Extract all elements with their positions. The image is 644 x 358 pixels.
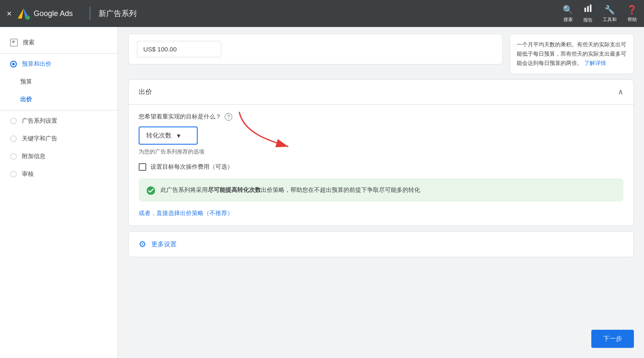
right-note-card: 一个月平均天数的乘积。有些天的实际支出可能低于每日预算，而有些天的实际支出最多可… — [510, 34, 634, 74]
collapse-icon[interactable]: ∧ — [618, 87, 623, 97]
search-icon: 🔍 — [563, 5, 573, 15]
svg-rect-5 — [590, 5, 592, 12]
search-box-icon — [10, 39, 18, 46]
dropdown-value: 转化次数 — [146, 132, 172, 140]
main-layout: 搜索 预算和出价 预算 出价 广告系列设置 关键字和广告 附加信息 — [0, 27, 644, 358]
right-note-link[interactable]: 了解详情 — [584, 60, 606, 66]
sidebar-item-review[interactable]: 审核 — [0, 165, 118, 183]
budget-input-card — [128, 34, 503, 65]
check-circle-icon — [146, 186, 156, 195]
checkbox-row: 设置目标每次操作费用（可选） — [139, 163, 623, 171]
help-icon: ❓ — [627, 5, 637, 15]
sidebar-item-budget-bid[interactable]: 预算和出价 — [0, 55, 118, 73]
header-actions: 🔍 搜索 报告 🔧 工具和 ❓ 帮助 — [563, 4, 637, 23]
sidebar-budget-bid-label: 预算和出价 — [22, 60, 51, 68]
checkbox-label: 设置目标每次操作费用（可选） — [150, 163, 233, 171]
page-title: 新广告系列 — [99, 8, 137, 19]
search-label: 搜索 — [564, 16, 573, 23]
google-ads-logo-icon — [17, 7, 30, 20]
extra-info-radio — [10, 153, 17, 160]
sidebar-item-bid-sub[interactable]: 出价 — [0, 91, 118, 108]
dropdown-arrow-icon: ▼ — [176, 132, 182, 139]
tools-label: 工具和 — [603, 16, 617, 23]
sidebar-bid-sub-label: 出价 — [20, 96, 32, 103]
sidebar-item-search[interactable]: 搜索 — [0, 34, 118, 51]
sidebar-item-campaign-settings[interactable]: 广告系列设置 — [0, 112, 118, 130]
brand-name: Google Ads — [34, 9, 73, 18]
svg-rect-6 — [12, 41, 15, 42]
bid-card: 出价 ∧ 您希望着重实现的目标是什么？ ? 转化次数 ▼ 为您的广告系列推荐的选… — [128, 79, 634, 226]
sidebar-review-label: 审核 — [22, 170, 34, 178]
help-label: 帮助 — [628, 16, 637, 23]
sidebar-item-extra-info[interactable]: 附加信息 — [0, 148, 118, 165]
reports-action[interactable]: 报告 — [583, 4, 593, 23]
svg-rect-3 — [585, 8, 586, 12]
info-suffix: 出价策略，帮助您在不超出预算的前提下争取尽可能多的转化 — [261, 186, 420, 193]
sidebar-search-label: 搜索 — [23, 39, 35, 46]
reports-icon — [583, 4, 593, 15]
header-divider — [90, 7, 90, 20]
sidebar: 搜索 预算和出价 预算 出价 广告系列设置 关键字和广告 附加信息 — [0, 27, 118, 358]
next-button[interactable]: 下一步 — [591, 330, 634, 348]
right-note-text: 一个月平均天数的乘积。有些天的实际支出可能低于每日预算，而有些天的实际支出最多可… — [517, 41, 626, 66]
info-bold: 尽可能提高转化次数 — [208, 186, 261, 193]
dropdown-hint: 为您的广告系列推荐的选项 — [139, 148, 623, 156]
reports-label: 报告 — [583, 17, 593, 23]
info-box: 此广告系列将采用尽可能提高转化次数出价策略，帮助您在不超出预算的前提下争取尽可能… — [139, 178, 623, 202]
budget-row: 一个月平均天数的乘积。有些天的实际支出可能低于每日预算，而有些天的实际支出最多可… — [128, 34, 634, 74]
sidebar-campaign-settings-label: 广告系列设置 — [22, 117, 57, 125]
target-cpa-checkbox[interactable] — [139, 163, 146, 171]
tools-icon: 🔧 — [604, 5, 615, 15]
help-action[interactable]: ❓ 帮助 — [627, 5, 637, 23]
search-action[interactable]: 🔍 搜索 — [563, 5, 573, 23]
bid-question-label: 您希望着重实现的目标是什么？ ? — [139, 113, 623, 121]
svg-marker-0 — [18, 8, 24, 19]
budget-bid-radio — [10, 61, 17, 67]
sidebar-keywords-ads-label: 关键字和广告 — [22, 135, 57, 143]
bid-card-title: 出价 — [139, 88, 152, 97]
budget-input[interactable] — [137, 41, 221, 57]
app-header: × Google Ads 新广告系列 🔍 搜索 报告 🔧 工具和 ❓ 帮助 — [0, 0, 644, 27]
link-row: 或者，直接选择出价策略（不推荐） — [139, 209, 623, 217]
sidebar-item-budget-sub[interactable]: 预算 — [0, 73, 118, 91]
bid-question-text: 您希望着重实现的目标是什么？ — [139, 113, 221, 121]
info-text: 此广告系列将采用尽可能提高转化次数出价策略，帮助您在不超出预算的前提下争取尽可能… — [161, 185, 420, 194]
more-settings-card[interactable]: ⚙ 更多设置 — [128, 231, 634, 257]
help-question-icon[interactable]: ? — [225, 113, 232, 121]
main-content: 一个月平均天数的乘积。有些天的实际支出可能低于每日预算，而有些天的实际支出最多可… — [118, 27, 644, 358]
bid-goal-dropdown[interactable]: 转化次数 ▼ — [139, 127, 198, 145]
settings-gear-icon: ⚙ — [139, 239, 146, 249]
svg-rect-7 — [12, 42, 14, 43]
direct-bid-strategy-link[interactable]: 或者，直接选择出价策略（不推荐） — [139, 210, 233, 216]
keywords-ads-radio — [10, 135, 17, 142]
close-button[interactable]: × — [7, 9, 12, 19]
logo-container: Google Ads — [17, 7, 73, 20]
campaign-settings-radio — [10, 118, 17, 124]
sidebar-item-keywords-ads[interactable]: 关键字和广告 — [0, 130, 118, 148]
info-prefix: 此广告系列将采用 — [161, 186, 208, 193]
svg-point-9 — [147, 186, 155, 195]
svg-rect-4 — [587, 6, 589, 12]
tools-action[interactable]: 🔧 工具和 — [603, 5, 617, 23]
sidebar-divider-2 — [0, 110, 118, 110]
bid-card-header: 出价 ∧ — [129, 80, 633, 105]
more-settings-label: 更多设置 — [151, 240, 177, 248]
bid-card-body: 您希望着重实现的目标是什么？ ? 转化次数 ▼ 为您的广告系列推荐的选项 设置目… — [129, 105, 633, 226]
svg-point-2 — [26, 16, 30, 20]
sidebar-extra-info-label: 附加信息 — [22, 153, 46, 160]
sidebar-divider — [0, 53, 118, 54]
sidebar-budget-sub-label: 预算 — [20, 78, 32, 86]
review-radio — [10, 171, 17, 178]
